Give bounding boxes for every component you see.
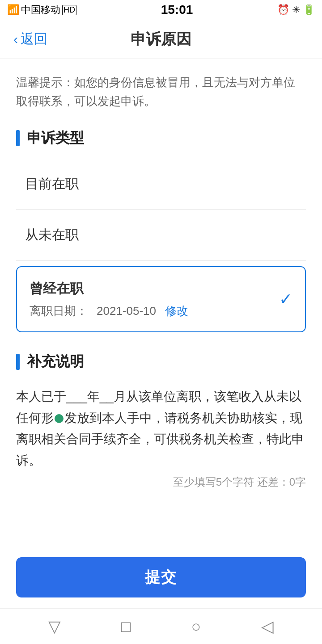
divider-1	[16, 209, 306, 210]
nav-recent-icon[interactable]: □	[121, 617, 131, 636]
hd-badge: HD	[62, 5, 76, 15]
option-current-label: 目前在职	[25, 176, 79, 191]
section-bar-icon	[16, 130, 20, 146]
status-icons: ⏰ ✳ 🔋	[277, 4, 315, 16]
modify-date-button[interactable]: 修改	[165, 303, 188, 319]
section-header-supplement: 补充说明	[16, 352, 306, 372]
battery-icon: 🔋	[303, 4, 315, 16]
option-never-label: 从未在职	[25, 227, 79, 242]
sys-nav-bar: ▽ □ ○ ◁	[0, 608, 322, 644]
section-title-type: 申诉类型	[27, 128, 84, 148]
nav-down-icon[interactable]: ▽	[48, 617, 61, 636]
alarm-icon: ⏰	[277, 4, 289, 16]
status-bar: 📶 中国移动 HD 15:01 ⏰ ✳ 🔋	[0, 0, 322, 20]
supplement-hint: 至少填写5个字符 还差：0字	[16, 475, 306, 489]
option-never[interactable]: 从未在职	[16, 213, 306, 257]
submit-button[interactable]: 提交	[16, 557, 306, 597]
option-former[interactable]: 曾经在职 离职日期： 2021-05-10 修改 ✓	[16, 266, 306, 332]
main-content: 温馨提示：如您的身份信息被冒用，且无法与对方单位取得联系，可以发起申诉。 申诉类…	[0, 59, 322, 550]
option-former-title: 曾经在职	[30, 280, 292, 298]
carrier-text: 中国移动	[21, 3, 60, 17]
supplement-section: 补充说明 本人已于___年__月从该单位离职，该笔收入从未以任何形发放到本人手中…	[16, 352, 306, 489]
check-icon: ✓	[279, 290, 292, 309]
divider-2	[16, 260, 306, 261]
page-title: 申诉原因	[131, 29, 191, 50]
bottom-nav: 提交	[0, 550, 322, 608]
resign-date-label: 离职日期：	[30, 303, 88, 319]
resign-date-value: 2021-05-10	[97, 304, 156, 318]
text-cursor	[55, 414, 64, 423]
nav-back-icon[interactable]: ◁	[261, 617, 274, 636]
signal-icon: 📶	[7, 4, 19, 16]
back-label: 返回	[21, 30, 47, 48]
bluetooth-icon: ✳	[292, 4, 300, 16]
status-signal: 📶 中国移动 HD	[7, 3, 76, 17]
section-bar-supplement-icon	[16, 354, 20, 370]
back-chevron-icon: ‹	[13, 32, 18, 47]
supplement-text-area-wrapper: 本人已于___年__月从该单位离职，该笔收入从未以任何形发放到本人手中，请税务机…	[16, 386, 306, 471]
section-title-supplement: 补充说明	[27, 352, 84, 372]
option-current[interactable]: 目前在职	[16, 162, 306, 206]
notice-text: 温馨提示：如您的身份信息被冒用，且无法与对方单位取得联系，可以发起申诉。	[16, 73, 306, 110]
nav-bar: ‹ 返回 申诉原因	[0, 20, 322, 59]
option-former-detail: 离职日期： 2021-05-10 修改	[30, 303, 292, 319]
status-time: 15:01	[161, 3, 193, 17]
nav-home-icon[interactable]: ○	[191, 617, 201, 636]
notice-box: 温馨提示：如您的身份信息被冒用，且无法与对方单位取得联系，可以发起申诉。	[16, 73, 306, 110]
back-button[interactable]: ‹ 返回	[11, 30, 47, 48]
section-header-type: 申诉类型	[16, 128, 306, 148]
complaint-type-section: 申诉类型 目前在职 从未在职 曾经在职 离职日期： 2021-05-10 修改 …	[16, 128, 306, 332]
